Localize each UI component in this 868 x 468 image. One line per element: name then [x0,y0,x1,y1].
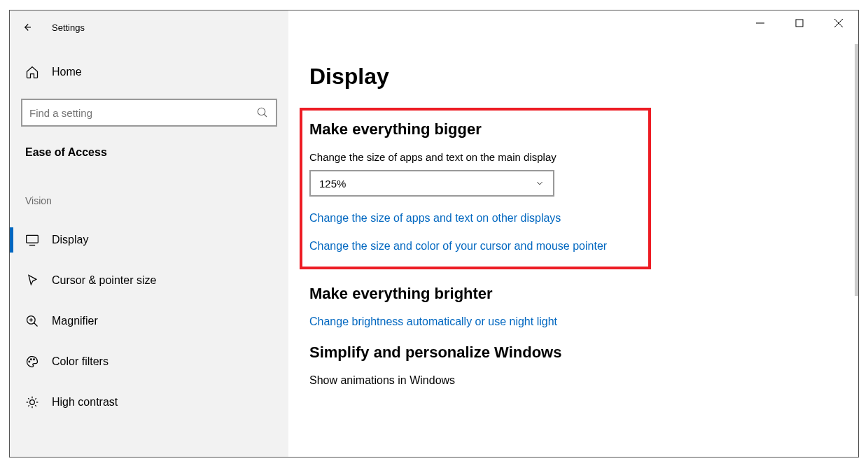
svg-line-5 [264,114,267,117]
home-link[interactable]: Home [10,58,288,86]
sidebar-item-cursor-pointer-size[interactable]: Cursor & pointer size [10,262,288,299]
app-title: Settings [52,22,85,33]
link-cursor-pointer[interactable]: Change the size and color of your cursor… [309,240,641,253]
nav-list: Display Cursor & pointer size Magnifier [10,222,288,420]
titlebar: Settings [10,10,858,44]
link-brightness[interactable]: Change brightness automatically or use n… [309,315,830,328]
sun-icon [25,395,39,409]
display-icon [25,233,39,247]
close-icon [834,19,843,27]
settings-window: Settings Home [9,10,859,458]
sidebar-item-label: Cursor & pointer size [52,274,156,287]
sidebar-item-label: Color filters [52,355,108,368]
svg-point-14 [34,359,35,360]
content-area: Display Make everything bigger Change th… [288,44,858,457]
sidebar-item-label: Magnifier [52,315,98,327]
search-input[interactable] [29,107,256,119]
svg-point-12 [29,361,30,362]
minimize-icon [756,19,764,27]
svg-point-13 [31,359,32,360]
sidebar: Home Ease of Access Vision Display [10,44,288,457]
maximize-button[interactable] [780,10,819,36]
scale-field-label: Change the size of apps and text on the … [309,151,641,163]
search-box[interactable] [21,99,277,127]
section-brighter-heading: Make everything brighter [309,285,830,303]
section-make-bigger-heading: Make everything bigger [309,120,641,139]
svg-line-23 [35,398,36,399]
sidebar-item-label: Display [52,234,88,246]
highlight-annotation: Make everything bigger Change the size o… [300,108,651,269]
scale-select[interactable]: 125% [309,170,554,197]
section-simplify-heading: Simplify and personalize Windows [309,343,830,362]
back-button[interactable] [10,10,43,44]
magnifier-icon [25,314,39,328]
vision-subheading: Vision [25,195,288,206]
minimize-button[interactable] [741,10,780,36]
page-title: Display [309,64,830,90]
svg-rect-1 [796,20,803,27]
cursor-icon [25,274,39,288]
sidebar-item-magnifier[interactable]: Magnifier [10,303,288,339]
category-heading: Ease of Access [25,146,288,159]
close-button[interactable] [819,10,858,36]
scale-value: 125% [319,178,346,190]
home-label: Home [52,66,82,78]
sidebar-item-label: High contrast [52,396,118,409]
sidebar-item-color-filters[interactable]: Color filters [10,343,288,380]
search-icon [256,106,269,119]
titlebar-left: Settings [10,10,288,44]
body: Home Ease of Access Vision Display [10,44,858,457]
svg-point-4 [258,108,265,115]
svg-line-22 [28,405,29,406]
search-wrap [21,99,277,127]
maximize-icon [795,19,804,27]
sidebar-item-display[interactable]: Display [10,222,288,258]
chevron-down-icon [535,178,545,188]
palette-icon [25,355,39,369]
animations-label: Show animations in Windows [309,374,830,387]
window-controls [741,10,858,38]
svg-line-21 [35,405,36,406]
svg-line-9 [34,323,38,327]
back-arrow-icon [20,21,33,34]
svg-line-20 [28,398,29,399]
home-icon [25,65,39,79]
link-other-displays[interactable]: Change the size of apps and text on othe… [309,212,641,225]
svg-point-15 [30,400,35,405]
scrollbar[interactable] [855,44,858,296]
svg-rect-6 [27,235,38,243]
sidebar-item-high-contrast[interactable]: High contrast [10,384,288,420]
